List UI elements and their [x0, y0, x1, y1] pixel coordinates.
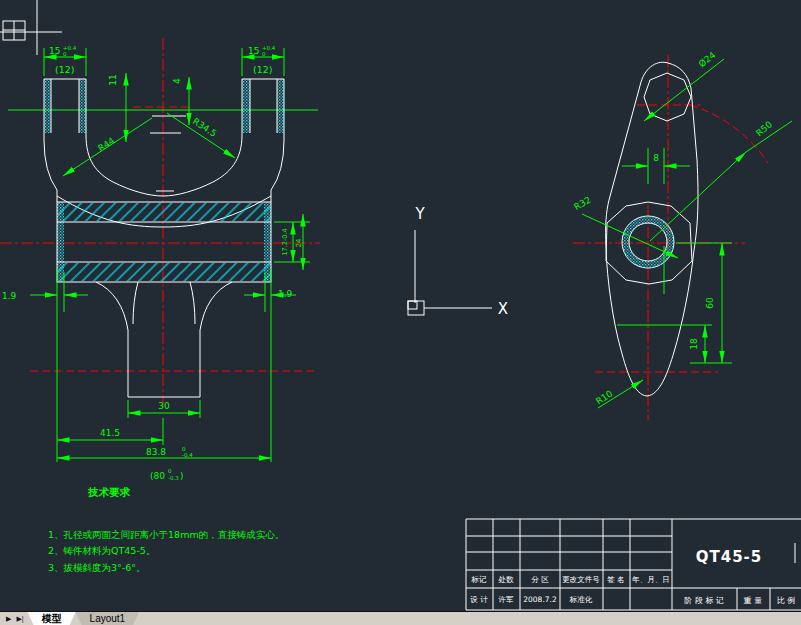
- side-outline: [606, 62, 698, 396]
- dim-wall-right: 1.9: [244, 268, 296, 462]
- model-canvas[interactable]: 15 +0.4 0 (12) 15 +0.4 0 (12) 11 4 R44 R…: [0, 0, 801, 611]
- dim-60: 60: [705, 297, 715, 309]
- tb-col-biaoji: 标记: [471, 575, 488, 584]
- tab-layout1[interactable]: Layout1: [76, 612, 140, 625]
- tab-nav-last-icon[interactable]: ▶|: [16, 612, 23, 625]
- title-block: QT45-5 标记 处数 分 区 更改文件号 签 名 年、月、日 设 计 许军 …: [466, 519, 801, 610]
- tb-date: 2008.7.2: [523, 595, 557, 604]
- svg-text:1.9: 1.9: [2, 291, 17, 301]
- svg-text:(12): (12): [55, 64, 75, 75]
- tb-col-riqi: 年、月、日: [631, 575, 670, 584]
- technical-notes: 技术要求 1、孔径或两面之间距离小于18mm的，直接铸成实心。 2、铸件材料为Q…: [48, 486, 284, 573]
- ucs-x-label: X: [498, 300, 508, 318]
- tb-col-fenqu: 分 区: [531, 575, 549, 584]
- tab-nav-forward-icon[interactable]: ▶: [6, 612, 11, 625]
- dim-8: 8: [653, 153, 659, 163]
- tech-note-1: 1、孔径或两面之间距离小于18mm的，直接铸成实心。: [48, 529, 284, 540]
- tech-note-2: 2、铸件材料为QT45-5。: [48, 545, 155, 556]
- dim-41-5: 41.5: [100, 428, 120, 438]
- svg-text:(12): (12): [253, 64, 273, 75]
- tab-nav-buttons: ▶ ▶|: [0, 612, 28, 625]
- dim-80-ref: (80 0 -0.3 ): [150, 468, 184, 481]
- dim-83-8: 83.8: [146, 447, 166, 457]
- dim-30: 30: [158, 401, 170, 411]
- dim-18: 18: [689, 338, 699, 350]
- tech-note-3: 3、拔模斜度为3°-6°。: [48, 562, 146, 573]
- tb-biaozhunhua: 标准化: [569, 595, 593, 604]
- dim-bore: 17.2-0.4: [281, 228, 289, 255]
- tb-weight: 重 量: [743, 596, 763, 605]
- dim-prong-left: 15 +0.4 0 (12): [44, 45, 86, 76]
- tb-sheji: 设 计: [470, 595, 488, 604]
- svg-text:15: 15: [49, 46, 60, 56]
- svg-text:0: 0: [63, 51, 67, 57]
- svg-text:0: 0: [168, 468, 172, 474]
- dim-prong-right: 15 +0.4 0 (12): [242, 45, 284, 76]
- front-view: 15 +0.4 0 (12) 15 +0.4 0 (12) 11 4 R44 R…: [0, 38, 320, 481]
- svg-text:0: 0: [262, 51, 266, 57]
- svg-text:-0.4: -0.4: [182, 452, 193, 458]
- svg-text:15: 15: [248, 46, 259, 56]
- svg-text:-0.3: -0.3: [168, 475, 179, 481]
- dim-r32: R32: [572, 195, 592, 213]
- dim-r44: R44: [96, 135, 117, 153]
- layout-tab-bar: ▶ ▶| 模型 Layout1: [0, 611, 801, 625]
- dim-4: 4: [172, 78, 182, 84]
- tb-col-wenjianhao: 更改文件号: [562, 575, 600, 584]
- dim-wall-left: 1.9: [2, 268, 88, 462]
- stem-outline: [96, 282, 232, 397]
- tb-designer-name: 许军: [499, 595, 515, 604]
- tb-scale: 比 例: [777, 596, 796, 605]
- tech-notes-title: 技术要求: [87, 486, 131, 498]
- dim-r34-5: R34.5: [191, 116, 219, 139]
- svg-text:1.9: 1.9: [278, 289, 293, 299]
- ucs-icon: Y X: [408, 205, 508, 318]
- dim-hub: 24: [295, 238, 303, 247]
- part-number: QT45-5: [696, 548, 763, 566]
- tab-model[interactable]: 模型: [28, 612, 76, 625]
- tb-col-qianming: 签 名: [607, 575, 624, 584]
- tb-col-chushu: 处数: [498, 575, 515, 584]
- svg-text:): ): [180, 471, 184, 481]
- side-view: Ø24 R50 R32 8 60 18 R10: [572, 50, 792, 420]
- tb-stage-mark: 阶 段 标 记: [684, 596, 724, 605]
- ucs-y-label: Y: [414, 205, 425, 223]
- svg-text:(80: (80: [150, 471, 165, 481]
- dim-11: 11: [108, 74, 118, 85]
